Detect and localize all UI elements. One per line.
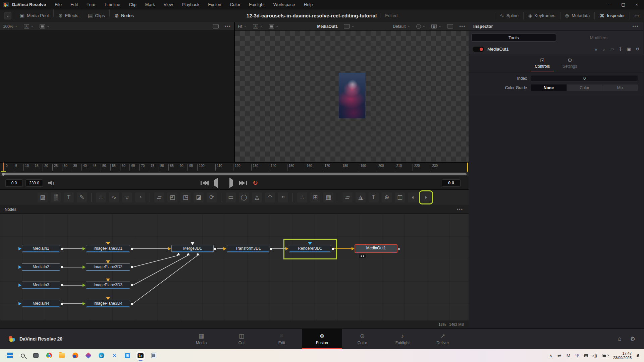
menu-trim[interactable]: Trim xyxy=(87,2,95,7)
range-start-field[interactable]: 0.0 xyxy=(5,179,23,187)
node-transform3d1[interactable]: Transform3D1 xyxy=(227,245,269,252)
tray-mic-icon[interactable]: Ψ xyxy=(575,353,579,358)
page-tab-fairlight[interactable]: ♪Fairlight xyxy=(382,329,423,349)
camera3d-tool-icon[interactable]: ◫ xyxy=(395,192,405,202)
shape3d-tool-icon[interactable]: ◮ xyxy=(356,192,366,202)
page-tab-deliver[interactable]: ↗Deliver xyxy=(423,329,463,349)
scrollbar-thumb[interactable] xyxy=(2,173,467,175)
chrome-icon[interactable] xyxy=(45,351,53,360)
fastnoise-tool-icon[interactable]: ▒ xyxy=(51,192,61,202)
node-mediaout1[interactable]: MediaOut1 xyxy=(355,245,397,253)
top-port-icon[interactable] xyxy=(106,242,110,245)
file-explorer-icon[interactable] xyxy=(58,351,66,360)
spotlight3d-tool-icon[interactable]: ◖ xyxy=(408,192,418,202)
bottom-port-icon[interactable] xyxy=(186,253,190,255)
davinci-resolve-icon[interactable] xyxy=(136,351,145,360)
imageplane3d-tool-icon[interactable]: ▱ xyxy=(342,192,353,202)
node-imageplane3d4[interactable]: ImagePlane3D4 xyxy=(86,300,130,307)
segment-mix[interactable]: Mix xyxy=(602,84,638,91)
spline-button[interactable]: ∿Spline xyxy=(495,9,523,22)
timeline-scrollbar[interactable] xyxy=(0,172,469,176)
dual-monitor-button[interactable]: ▭ xyxy=(630,9,644,22)
background-tool-icon[interactable]: ▨ xyxy=(38,192,48,202)
timeline-ruler[interactable]: 0510152025303540455055606570758085909510… xyxy=(0,162,469,172)
node-mediain2[interactable]: MediaIn2 xyxy=(22,263,60,271)
tray-m-icon[interactable]: M xyxy=(567,353,571,358)
tray-wifi-icon[interactable]: ))) xyxy=(583,354,588,357)
bottom-port-icon[interactable] xyxy=(177,253,180,255)
buffer-select[interactable]: ⌄ xyxy=(37,24,52,28)
menu-file[interactable]: File xyxy=(55,2,62,7)
step-back-button[interactable] xyxy=(214,180,218,186)
notification-bell-icon[interactable]: Ƶ xyxy=(637,353,639,358)
x-app-icon[interactable]: ✕ xyxy=(110,351,119,360)
channel-select-right[interactable]: A⌄ xyxy=(250,24,266,28)
zoom-select[interactable]: 100%⌄ xyxy=(0,24,21,29)
menu-workspace[interactable]: Workspace xyxy=(273,2,295,7)
lock-icon[interactable]: ▣ xyxy=(627,47,631,52)
tab-tools[interactable]: Tools xyxy=(471,34,556,42)
menu-fairlight[interactable]: Fairlight xyxy=(249,2,265,7)
lut-select[interactable]: Default⌄ xyxy=(390,24,413,29)
node-graph[interactable]: MediaIn1MediaIn2MediaIn3MediaIn4ImagePla… xyxy=(0,214,469,320)
viewer-expand-button-right[interactable] xyxy=(444,24,456,28)
page-tab-media[interactable]: ▦Media xyxy=(181,329,221,349)
go-to-first-frame-button[interactable] xyxy=(201,181,209,185)
input-port-icon[interactable] xyxy=(352,247,355,250)
wand-mask-tool-icon[interactable]: ≈ xyxy=(278,192,288,202)
nodes-options-menu[interactable]: ••• xyxy=(457,207,469,212)
output-port-icon[interactable] xyxy=(130,247,133,250)
node-color-dot-icon[interactable]: ● xyxy=(595,47,597,52)
node-imageplane3d2[interactable]: ImagePlane3D2 xyxy=(86,263,130,271)
channel-select[interactable]: A⌄ xyxy=(21,24,37,28)
input-port-icon[interactable] xyxy=(285,247,288,250)
interface-toggle-button[interactable]: ⌄ xyxy=(4,12,11,19)
viewer-expand-button[interactable] xyxy=(210,24,222,28)
close-button[interactable]: × xyxy=(635,2,638,7)
input-port-icon[interactable] xyxy=(18,265,21,269)
index-input[interactable]: 0 xyxy=(531,75,638,82)
restore-button[interactable]: ▢ xyxy=(621,2,625,7)
input-port-icon[interactable] xyxy=(18,302,21,305)
mute-button[interactable]: ) xyxy=(48,181,54,185)
home-icon[interactable]: ⌂ xyxy=(618,336,621,343)
tab-controls[interactable]: ⊡ Controls xyxy=(533,57,552,71)
task-view-icon[interactable] xyxy=(32,351,40,360)
renderer3d-tool-icon[interactable]: ◗ xyxy=(421,192,431,202)
input-port-icon[interactable] xyxy=(168,247,171,250)
text3d-tool-icon[interactable]: T xyxy=(369,192,379,202)
color-viewer-select[interactable]: ⌄ xyxy=(413,24,428,29)
tab-modifiers[interactable]: Modifiers xyxy=(557,34,641,42)
output-port-icon[interactable] xyxy=(214,247,217,250)
input-port-icon[interactable] xyxy=(18,247,21,250)
tray-settings-icon[interactable]: ⇌ xyxy=(557,353,561,358)
minimize-button[interactable]: – xyxy=(609,2,611,7)
input-port-icon[interactable] xyxy=(83,284,86,287)
pemitter-tool-icon[interactable]: ∴ xyxy=(297,192,307,202)
menu-view[interactable]: View xyxy=(164,2,173,7)
clips-button[interactable]: ▤Clips xyxy=(83,9,109,22)
keyframes-button[interactable]: ◈Keyframes xyxy=(524,9,560,22)
text-tool-icon[interactable]: T xyxy=(64,192,74,202)
viewer-options-menu[interactable]: ••• xyxy=(222,24,234,29)
page-tab-color[interactable]: ⊙Color xyxy=(342,329,382,349)
grid-select[interactable]: ▦⌄ xyxy=(428,24,444,28)
float-window-icon[interactable]: ▱ xyxy=(610,47,614,52)
transform-tool-icon[interactable]: ⟳ xyxy=(207,192,217,202)
chevron-down-icon[interactable]: ⌄ xyxy=(602,47,606,52)
node-enable-toggle[interactable] xyxy=(473,47,484,52)
pin-icon[interactable]: ↧ xyxy=(619,47,622,52)
brightness-contrast-tool-icon[interactable]: ☼ xyxy=(122,192,132,202)
top-port-icon[interactable] xyxy=(106,297,110,300)
right-viewer-canvas[interactable] xyxy=(235,31,469,162)
colorcorrector-tool-icon[interactable]: ◔ xyxy=(135,192,145,202)
merge-tool-icon[interactable]: ▱ xyxy=(154,192,164,202)
top-port-icon[interactable] xyxy=(106,260,110,263)
inspector-button[interactable]: ⌘Inspector xyxy=(595,9,629,22)
input-port-icon[interactable] xyxy=(18,284,21,287)
ptransform-tool-icon[interactable]: ⊞ xyxy=(310,192,320,202)
menu-clip[interactable]: Clip xyxy=(129,2,136,7)
menu-color[interactable]: Color xyxy=(230,2,240,7)
merge3d-tool-icon[interactable]: ⊕ xyxy=(382,192,392,202)
tray-volume-icon[interactable]: ◁) xyxy=(592,353,597,358)
